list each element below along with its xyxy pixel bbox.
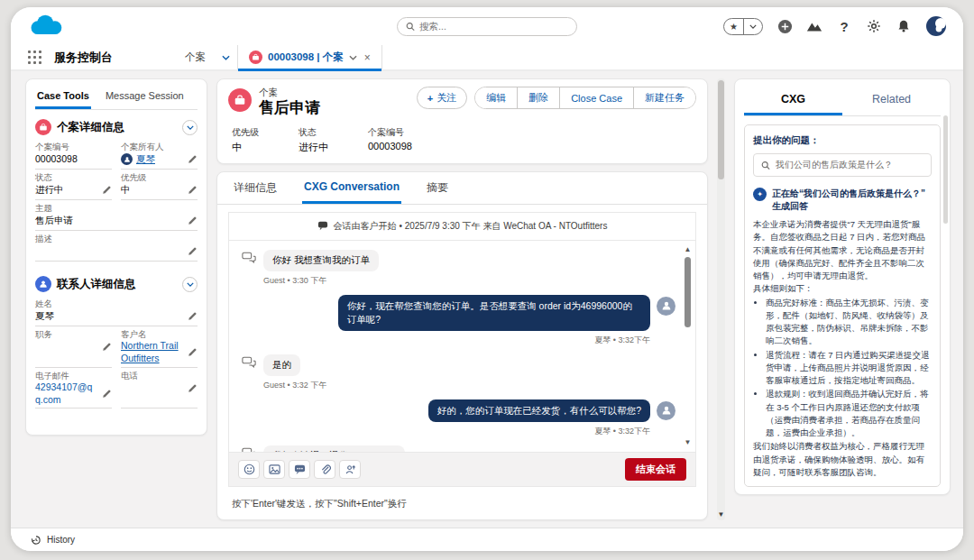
tab-cxg[interactable]: CXG bbox=[744, 87, 842, 115]
user-avatar[interactable] bbox=[925, 15, 947, 37]
tab-case-tools[interactable]: Case Tools bbox=[35, 87, 91, 109]
entity-label: 个案 bbox=[259, 87, 320, 99]
chevron-down-icon bbox=[222, 55, 230, 60]
edit-icon[interactable] bbox=[188, 347, 198, 357]
edit-icon[interactable] bbox=[102, 342, 112, 352]
owner-link[interactable]: 夏琴 bbox=[136, 153, 155, 166]
question-search[interactable] bbox=[753, 153, 932, 177]
field-value: 进行中 bbox=[35, 184, 64, 197]
end-chat-button[interactable]: 结束会话 bbox=[625, 458, 686, 481]
account-link[interactable]: Northern Trail Outfitters bbox=[121, 340, 184, 364]
edit-button[interactable]: 编辑 bbox=[475, 87, 517, 108]
message-meta: Guest • 3:30 下午 bbox=[263, 275, 379, 287]
right-panel-scrollbar[interactable] bbox=[943, 115, 948, 224]
transfer-button[interactable] bbox=[339, 460, 361, 479]
answer-bullet: 商品完好标准：商品主体无损坏、污渍、变形，配件（如地钉、防风绳、收纳袋等）及原包… bbox=[766, 297, 932, 348]
tab-related[interactable]: Related bbox=[842, 87, 941, 115]
help-button[interactable]: ? bbox=[836, 18, 852, 34]
message-bubble: 你好，现在帮您查询您的订单。是否想要查询 order id为46996000的订… bbox=[338, 295, 650, 331]
tab-message-session[interactable]: Message Session bbox=[104, 87, 186, 109]
nav-item-dropdown[interactable] bbox=[215, 45, 238, 69]
history-button[interactable]: History bbox=[47, 535, 75, 545]
section-title: 联系人详细信息 bbox=[57, 277, 177, 292]
field-contact-name: 姓名 夏琴 bbox=[35, 296, 198, 326]
app-launcher-icon[interactable] bbox=[23, 49, 47, 67]
email-link[interactable]: 42934107@qq.com bbox=[35, 381, 98, 406]
emoji-button[interactable] bbox=[238, 460, 260, 479]
add-icon bbox=[777, 19, 793, 34]
edit-icon[interactable] bbox=[188, 185, 198, 195]
page-scrollbar[interactable]: ▼ bbox=[717, 78, 725, 520]
image-button[interactable] bbox=[263, 460, 285, 479]
delete-button[interactable]: 删除 bbox=[517, 87, 559, 108]
nav-item-cases[interactable]: 个案 bbox=[176, 45, 215, 69]
favorites-star-icon[interactable]: ★ bbox=[724, 19, 743, 34]
search-icon bbox=[761, 161, 770, 170]
favorites-dropdown-icon[interactable] bbox=[743, 19, 762, 34]
edit-icon[interactable] bbox=[188, 154, 198, 164]
message-list: 你好 我想查询我的订单 Guest • 3:30 下午 你好，现在帮您查询您的订… bbox=[228, 240, 696, 453]
field-status: 状态 进行中 bbox=[35, 170, 112, 200]
quick-text-button[interactable] bbox=[289, 460, 310, 479]
new-task-button[interactable]: 新建任务 bbox=[633, 87, 695, 108]
scroll-up-icon[interactable]: ▲ bbox=[684, 246, 692, 253]
bell-icon bbox=[896, 19, 911, 33]
scrollbar-thumb[interactable] bbox=[718, 80, 724, 179]
system-message-text: 会话由客户开始 • 2025/7/9 3:30 下午 来自 WeChat OA … bbox=[334, 220, 608, 233]
tab-close-icon[interactable]: × bbox=[364, 51, 371, 64]
message-bubble: 好的，您的订单现在已经发货，有什么可以帮您? bbox=[428, 399, 650, 422]
close-case-button[interactable]: Close Case bbox=[559, 87, 633, 108]
chat-bubbles-icon bbox=[242, 356, 256, 391]
einstein-answer-card: 提出你的问题： ✦ 正在给“我们公司的售后政策是什么？”生成回答 本企业承诺为消… bbox=[744, 124, 941, 487]
chat-icon bbox=[317, 221, 328, 231]
conversation-panel: 详细信息 CXG Conversation 摘要 会话由客户开始 • 2025/… bbox=[216, 171, 708, 520]
edit-icon[interactable] bbox=[188, 383, 198, 393]
chat-scrollbar[interactable]: ▲ ▼ bbox=[684, 246, 692, 446]
scroll-down-icon[interactable]: ▼ bbox=[717, 510, 725, 519]
edit-icon[interactable] bbox=[188, 216, 198, 225]
global-search-input[interactable] bbox=[419, 21, 568, 32]
console-nav: 服务控制台 个案 00003098 | 个案 × bbox=[11, 45, 963, 71]
scroll-down-icon[interactable]: ▼ bbox=[684, 439, 692, 446]
tab-summary[interactable]: 摘要 bbox=[425, 172, 450, 204]
edit-icon[interactable] bbox=[102, 185, 112, 195]
scrollbar-thumb[interactable] bbox=[685, 257, 691, 327]
collapse-section-button[interactable] bbox=[182, 277, 198, 292]
field-label: 客户名 bbox=[121, 329, 198, 340]
app-window: ★ ? 服务控制台 个案 bbox=[11, 7, 963, 551]
summary-label: 个案编号 bbox=[368, 126, 412, 139]
field-label: 状态 bbox=[35, 172, 112, 183]
question-input[interactable] bbox=[776, 161, 923, 170]
trailhead-icon bbox=[806, 20, 822, 32]
case-icon bbox=[35, 119, 51, 135]
field-value: 中 bbox=[121, 184, 131, 197]
history-icon bbox=[31, 535, 41, 546]
attach-button[interactable] bbox=[314, 460, 335, 479]
collapse-section-button[interactable] bbox=[182, 120, 198, 135]
global-search[interactable] bbox=[397, 17, 577, 36]
notifications-button[interactable] bbox=[896, 18, 912, 34]
source-label: 来源文章 bbox=[753, 486, 932, 487]
summary-value: 进行中 bbox=[299, 141, 328, 154]
edit-icon[interactable] bbox=[188, 311, 198, 321]
composer-input[interactable]: 按下'Enter'键发送，按下"Shift+Enter"换行 bbox=[217, 487, 707, 519]
case-icon bbox=[228, 88, 252, 112]
tab-details[interactable]: 详细信息 bbox=[232, 172, 279, 204]
edit-icon[interactable] bbox=[102, 389, 112, 399]
follow-button[interactable]: +关注 bbox=[417, 87, 467, 109]
conversation-system-message: 会话由客户开始 • 2025/7/9 3:30 下午 来自 WeChat OA … bbox=[228, 212, 696, 240]
favorites-button[interactable]: ★ bbox=[723, 18, 763, 35]
tab-cxg-conversation[interactable]: CXG Conversation bbox=[302, 172, 401, 204]
global-add-button[interactable] bbox=[776, 18, 793, 34]
answer-header: ✦ 正在给“我们公司的售后政策是什么？”生成回答 bbox=[753, 188, 932, 212]
page-title: 售后申请 bbox=[259, 99, 320, 117]
edit-icon[interactable] bbox=[188, 246, 198, 256]
message-meta: 夏琴 • 3:32下午 bbox=[594, 426, 650, 437]
global-header: ★ ? bbox=[11, 7, 963, 45]
field-email: 电子邮件 42934107@qq.com bbox=[35, 368, 112, 409]
tab-dropdown-icon[interactable] bbox=[349, 55, 357, 60]
workspace-tab-case[interactable]: 00003098 | 个案 × bbox=[238, 45, 382, 69]
message-guest: 我想申请退款退货，不需要了 Guest • 3:33 下午 bbox=[242, 445, 675, 453]
setup-button[interactable] bbox=[866, 18, 882, 34]
trailhead-button[interactable] bbox=[806, 18, 822, 34]
